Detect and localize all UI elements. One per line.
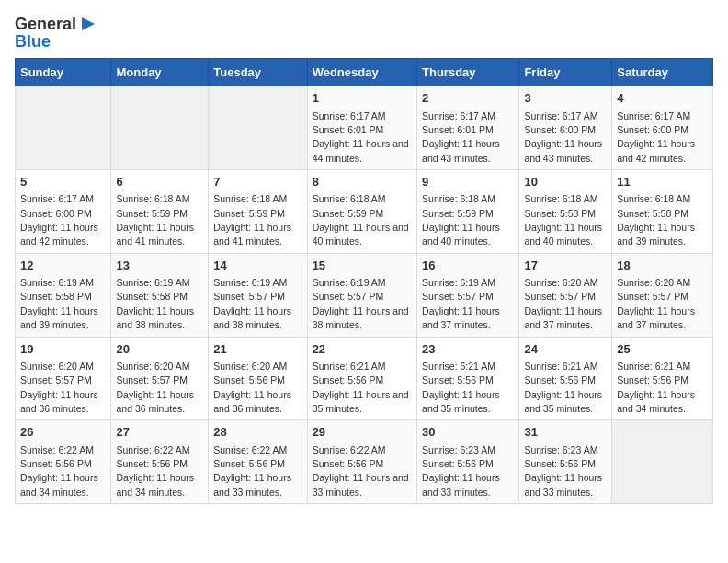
- calendar-cell: 20Sunrise: 6:20 AMSunset: 5:57 PMDayligh…: [111, 337, 209, 420]
- calendar-cell: 29Sunrise: 6:22 AMSunset: 5:56 PMDayligh…: [307, 420, 416, 504]
- day-info: Sunrise: 6:18 AMSunset: 5:59 PMDaylight:…: [213, 193, 291, 247]
- day-info: Sunrise: 6:18 AMSunset: 5:59 PMDaylight:…: [422, 193, 500, 247]
- calendar-cell: 30Sunrise: 6:23 AMSunset: 5:56 PMDayligh…: [417, 420, 519, 504]
- calendar-cell: 24Sunrise: 6:21 AMSunset: 5:56 PMDayligh…: [519, 337, 612, 420]
- day-info: Sunrise: 6:20 AMSunset: 5:57 PMDaylight:…: [116, 361, 194, 414]
- logo-arrow-icon: [78, 16, 95, 32]
- calendar-cell: 27Sunrise: 6:22 AMSunset: 5:56 PMDayligh…: [111, 420, 209, 504]
- day-number: 8: [313, 174, 412, 190]
- logo-general: General: [15, 15, 76, 34]
- day-number: 13: [116, 258, 203, 274]
- calendar-cell: 7Sunrise: 6:18 AMSunset: 5:59 PMDaylight…: [209, 170, 307, 254]
- day-info: Sunrise: 6:21 AMSunset: 5:56 PMDaylight:…: [524, 361, 602, 414]
- day-info: Sunrise: 6:22 AMSunset: 5:56 PMDaylight:…: [313, 444, 409, 498]
- day-number: 12: [20, 258, 106, 274]
- day-info: Sunrise: 6:19 AMSunset: 5:57 PMDaylight:…: [213, 277, 291, 330]
- day-number: 22: [313, 341, 412, 358]
- day-number: 17: [524, 258, 607, 274]
- day-number: 10: [524, 174, 607, 190]
- day-number: 9: [422, 174, 514, 190]
- calendar-cell: 18Sunrise: 6:20 AMSunset: 5:57 PMDayligh…: [612, 253, 713, 337]
- calendar-cell: 16Sunrise: 6:19 AMSunset: 5:57 PMDayligh…: [417, 253, 519, 337]
- calendar-cell: 3Sunrise: 6:17 AMSunset: 6:00 PMDaylight…: [519, 86, 612, 170]
- calendar-cell: 2Sunrise: 6:17 AMSunset: 6:01 PMDaylight…: [417, 86, 519, 170]
- day-info: Sunrise: 6:22 AMSunset: 5:56 PMDaylight:…: [20, 444, 98, 498]
- day-number: 29: [313, 424, 412, 441]
- calendar-cell: 14Sunrise: 6:19 AMSunset: 5:57 PMDayligh…: [209, 253, 307, 337]
- calendar-week-row: 12Sunrise: 6:19 AMSunset: 5:58 PMDayligh…: [16, 253, 713, 337]
- weekday-header: Sunday: [16, 59, 111, 86]
- calendar-cell: 31Sunrise: 6:23 AMSunset: 5:56 PMDayligh…: [519, 420, 612, 504]
- day-info: Sunrise: 6:18 AMSunset: 5:58 PMDaylight:…: [617, 193, 695, 247]
- logo-blue: Blue: [15, 32, 51, 52]
- day-number: 30: [422, 424, 514, 441]
- calendar-cell: 10Sunrise: 6:18 AMSunset: 5:58 PMDayligh…: [519, 170, 612, 254]
- calendar-cell: 12Sunrise: 6:19 AMSunset: 5:58 PMDayligh…: [16, 253, 111, 337]
- weekday-header: Monday: [111, 59, 209, 86]
- calendar-cell: 9Sunrise: 6:18 AMSunset: 5:59 PMDaylight…: [417, 170, 519, 254]
- day-number: 20: [116, 341, 203, 358]
- calendar-cell: 25Sunrise: 6:21 AMSunset: 5:56 PMDayligh…: [612, 337, 713, 420]
- calendar-cell: 21Sunrise: 6:20 AMSunset: 5:56 PMDayligh…: [209, 337, 307, 420]
- svg-marker-0: [82, 17, 95, 30]
- calendar-cell: 1Sunrise: 6:17 AMSunset: 6:01 PMDaylight…: [307, 86, 416, 170]
- calendar-week-row: 1Sunrise: 6:17 AMSunset: 6:01 PMDaylight…: [16, 86, 713, 170]
- day-info: Sunrise: 6:17 AMSunset: 6:00 PMDaylight:…: [20, 193, 98, 247]
- day-info: Sunrise: 6:19 AMSunset: 5:57 PMDaylight:…: [422, 277, 500, 330]
- page-header: General Blue: [15, 15, 713, 51]
- day-info: Sunrise: 6:18 AMSunset: 5:59 PMDaylight:…: [313, 193, 409, 247]
- day-info: Sunrise: 6:23 AMSunset: 5:56 PMDaylight:…: [422, 444, 500, 498]
- day-number: 25: [617, 341, 708, 358]
- calendar-cell: 26Sunrise: 6:22 AMSunset: 5:56 PMDayligh…: [16, 420, 111, 504]
- day-info: Sunrise: 6:18 AMSunset: 5:59 PMDaylight:…: [116, 193, 194, 247]
- weekday-header: Friday: [519, 59, 612, 86]
- calendar-cell: 5Sunrise: 6:17 AMSunset: 6:00 PMDaylight…: [16, 170, 111, 254]
- weekday-header: Thursday: [417, 59, 519, 86]
- calendar-cell: 28Sunrise: 6:22 AMSunset: 5:56 PMDayligh…: [209, 420, 307, 504]
- calendar-cell: 15Sunrise: 6:19 AMSunset: 5:57 PMDayligh…: [307, 253, 416, 337]
- day-number: 6: [116, 174, 203, 190]
- day-info: Sunrise: 6:19 AMSunset: 5:58 PMDaylight:…: [116, 277, 194, 330]
- day-info: Sunrise: 6:20 AMSunset: 5:57 PMDaylight:…: [524, 277, 602, 330]
- calendar-cell: 4Sunrise: 6:17 AMSunset: 6:00 PMDaylight…: [612, 86, 713, 170]
- calendar-cell: [612, 420, 713, 504]
- day-number: 3: [524, 90, 607, 107]
- day-number: 5: [20, 174, 106, 190]
- day-info: Sunrise: 6:17 AMSunset: 6:00 PMDaylight:…: [617, 110, 695, 164]
- calendar-cell: 8Sunrise: 6:18 AMSunset: 5:59 PMDaylight…: [307, 170, 416, 254]
- weekday-header-row: SundayMondayTuesdayWednesdayThursdayFrid…: [16, 59, 713, 86]
- logo-text: General Blue: [15, 15, 95, 51]
- calendar-cell: 22Sunrise: 6:21 AMSunset: 5:56 PMDayligh…: [307, 337, 416, 420]
- calendar-cell: 17Sunrise: 6:20 AMSunset: 5:57 PMDayligh…: [519, 253, 612, 337]
- weekday-header: Tuesday: [209, 59, 307, 86]
- day-info: Sunrise: 6:17 AMSunset: 6:01 PMDaylight:…: [313, 110, 409, 164]
- calendar-cell: 19Sunrise: 6:20 AMSunset: 5:57 PMDayligh…: [16, 337, 111, 420]
- day-info: Sunrise: 6:20 AMSunset: 5:57 PMDaylight:…: [617, 277, 695, 330]
- day-info: Sunrise: 6:21 AMSunset: 5:56 PMDaylight:…: [617, 361, 695, 414]
- day-number: 16: [422, 258, 514, 274]
- calendar-cell: 23Sunrise: 6:21 AMSunset: 5:56 PMDayligh…: [417, 337, 519, 420]
- day-number: 28: [213, 424, 301, 441]
- day-info: Sunrise: 6:20 AMSunset: 5:57 PMDaylight:…: [20, 361, 98, 414]
- day-number: 11: [617, 174, 708, 190]
- weekday-header: Wednesday: [307, 59, 416, 86]
- weekday-header: Saturday: [612, 59, 713, 86]
- day-number: 19: [20, 341, 106, 358]
- day-number: 14: [213, 258, 301, 274]
- day-number: 15: [313, 258, 412, 274]
- day-info: Sunrise: 6:21 AMSunset: 5:56 PMDaylight:…: [422, 361, 500, 414]
- day-number: 31: [524, 424, 607, 441]
- day-info: Sunrise: 6:23 AMSunset: 5:56 PMDaylight:…: [524, 444, 602, 498]
- calendar-week-row: 19Sunrise: 6:20 AMSunset: 5:57 PMDayligh…: [16, 337, 713, 420]
- day-info: Sunrise: 6:19 AMSunset: 5:58 PMDaylight:…: [20, 277, 98, 330]
- day-number: 27: [116, 424, 203, 441]
- day-info: Sunrise: 6:22 AMSunset: 5:56 PMDaylight:…: [213, 444, 291, 498]
- day-number: 7: [213, 174, 301, 190]
- calendar-cell: 13Sunrise: 6:19 AMSunset: 5:58 PMDayligh…: [111, 253, 209, 337]
- calendar-cell: 6Sunrise: 6:18 AMSunset: 5:59 PMDaylight…: [111, 170, 209, 254]
- day-info: Sunrise: 6:17 AMSunset: 6:01 PMDaylight:…: [422, 110, 500, 164]
- day-number: 4: [617, 90, 708, 107]
- day-info: Sunrise: 6:19 AMSunset: 5:57 PMDaylight:…: [313, 277, 409, 330]
- day-number: 24: [524, 341, 607, 358]
- calendar-cell: [111, 86, 209, 170]
